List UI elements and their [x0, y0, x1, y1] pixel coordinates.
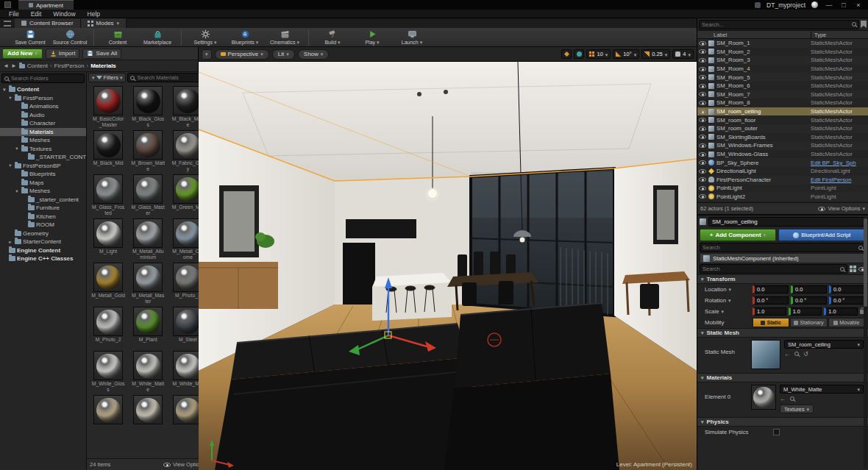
mobility-movable-button[interactable]: Movable — [828, 318, 865, 327]
tab-modes[interactable]: Modes — [81, 18, 127, 28]
camera-speed-control[interactable]: 4 — [672, 49, 694, 59]
visibility-eye-icon[interactable] — [699, 75, 706, 79]
visibility-eye-icon[interactable] — [699, 143, 706, 148]
menu-item[interactable]: Window — [47, 10, 81, 18]
visibility-eye-icon[interactable] — [699, 84, 706, 88]
components-search-box[interactable] — [700, 243, 866, 252]
expand-arrow-icon[interactable]: ▾ — [1, 87, 7, 93]
material-asset[interactable]: M_Photo_2 — [89, 307, 127, 349]
menu-item[interactable]: Help — [82, 10, 106, 18]
mobility-static-button[interactable]: Static — [753, 318, 789, 327]
maximize-button[interactable] — [839, 1, 849, 9]
folder-tree-item[interactable]: Audio — [0, 111, 86, 120]
visibility-eye-icon[interactable] — [699, 92, 706, 96]
components-search-input[interactable] — [702, 244, 856, 251]
save-all-button[interactable]: Save All — [82, 49, 121, 59]
folder-tree-item[interactable]: ▾ Content — [0, 85, 86, 94]
folder-tree-item[interactable]: Maps — [0, 179, 86, 188]
menu-item[interactable]: File — [3, 10, 25, 18]
material-asset[interactable]: M_Plant — [129, 307, 167, 349]
outliner-row[interactable]: SM_Room_7 StaticMeshActor — [697, 90, 868, 99]
launch-button[interactable]: Launch — [392, 28, 432, 47]
viewport-options-button[interactable] — [202, 49, 212, 60]
rotation-z-field[interactable]: 0.0 ° — [829, 296, 865, 305]
visibility-eye-icon[interactable] — [699, 160, 706, 165]
material-asset[interactable]: M_Black_Mid — [89, 130, 127, 172]
visibility-eye-icon[interactable] — [699, 58, 706, 63]
add-component-button[interactable]: Add Component — [700, 229, 776, 241]
folder-tree-item[interactable]: Kitchen — [0, 213, 86, 221]
marketplace-button[interactable]: Marketplace — [138, 28, 177, 47]
static-mesh-thumbnail[interactable] — [751, 340, 780, 369]
expand-arrow-icon[interactable]: ▾ — [14, 146, 20, 152]
folder-tree-item[interactable]: _starter_content — [0, 196, 86, 204]
hamburger-icon[interactable] — [4, 21, 11, 26]
column-label[interactable]: Label — [697, 32, 811, 38]
material-asset[interactable]: M_Black_Gloss — [129, 86, 167, 128]
tab-content-browser[interactable]: Content Browser — [15, 18, 81, 28]
menu-item[interactable]: Edit — [25, 10, 48, 18]
details-search-box[interactable] — [700, 264, 847, 274]
use-selected-arrow-icon[interactable]: ← — [780, 396, 786, 402]
expand-arrow-icon[interactable]: ▾ — [14, 188, 20, 194]
folder-tree-item[interactable]: Meshes — [0, 136, 86, 145]
search-folders-input[interactable] — [11, 75, 82, 82]
material-asset[interactable]: M_Metall_Master — [129, 263, 167, 305]
visibility-eye-icon[interactable] — [699, 186, 706, 191]
perspective-button[interactable]: Perspective — [215, 49, 269, 60]
details-grid-icon[interactable] — [850, 266, 856, 272]
scrollbar-thumb[interactable] — [864, 218, 867, 307]
physics-section-header[interactable]: Physics — [697, 417, 868, 427]
search-folders-box[interactable] — [1, 74, 85, 83]
expand-arrow-icon[interactable]: ▸ — [7, 239, 13, 245]
add-new-button[interactable]: Add New — [2, 49, 43, 59]
location-label[interactable]: Location — [705, 286, 750, 293]
surface-snap-button[interactable] — [574, 49, 584, 59]
material-asset[interactable]: M_BasicColor_Master — [89, 86, 127, 128]
visibility-eye-icon[interactable] — [699, 135, 706, 139]
level-tab[interactable]: Apartment — [18, 0, 74, 10]
outliner-row[interactable]: SM_Room_2 StaticMeshActor — [697, 48, 868, 57]
outliner-row[interactable]: SM_room_ceiling StaticMeshActor — [697, 107, 868, 116]
scale-snap-control[interactable]: 0.25 — [641, 49, 670, 59]
folder-tree-item[interactable]: Geometry — [0, 229, 86, 238]
folder-tree-item[interactable]: Character — [0, 119, 86, 128]
visibility-eye-icon[interactable] — [699, 49, 706, 54]
visibility-eye-icon[interactable] — [699, 110, 706, 114]
scale-label[interactable]: Scale — [705, 308, 750, 315]
save-current-button[interactable]: Save Current — [10, 28, 50, 47]
browse-icon[interactable] — [790, 396, 794, 402]
build-button[interactable]: Build — [313, 28, 352, 47]
breadcrumb-content[interactable]: Content — [27, 63, 52, 69]
rotation-x-field[interactable]: 0.0 ° — [753, 296, 789, 305]
viewport-3d-scene[interactable]: Level: Apartment (Persistent) — [199, 62, 697, 470]
column-type[interactable]: Type — [811, 32, 868, 38]
rotation-y-field[interactable]: 0.0 ° — [791, 296, 827, 305]
close-button[interactable] — [853, 1, 864, 9]
folder-tree-item[interactable]: _STARTER_CONTENT — [0, 153, 86, 162]
material-asset[interactable]: M_Glass_Master — [129, 174, 167, 216]
material-asset[interactable]: M_Metall_Alluminium — [129, 218, 167, 260]
grid-snap-control[interactable]: 10 — [586, 49, 611, 59]
outliner-row[interactable]: BP_Sky_Sphere Edit BP_Sky_Sph — [697, 158, 868, 167]
rotation-snap-control[interactable]: 10° — [613, 49, 639, 59]
material-asset[interactable] — [89, 395, 127, 437]
feedback-icon[interactable] — [755, 2, 761, 8]
static-mesh-dropdown[interactable]: SM_room_ceiling — [784, 340, 864, 349]
cinematics-button[interactable]: Cinematics — [265, 28, 305, 47]
folder-tree-item[interactable]: ▾ Textures — [0, 145, 86, 154]
static-mesh-section-header[interactable]: Static Mesh — [697, 328, 868, 338]
breadcrumb-firstperson[interactable]: FirstPerson — [54, 63, 89, 69]
breadcrumb-materials[interactable]: Materials — [90, 63, 116, 69]
expand-arrow-icon[interactable]: ▾ — [7, 163, 13, 168]
expand-arrow-icon[interactable]: ▾ — [7, 95, 13, 101]
outliner-row[interactable]: SM_Windows-Glass StaticMeshActor — [697, 150, 868, 159]
outliner-row[interactable]: DirectionalLight DirectionalLight — [697, 167, 868, 176]
visibility-eye-icon[interactable] — [699, 177, 706, 182]
outliner-row[interactable]: SM_Room_8 StaticMeshActor — [697, 99, 868, 107]
reset-icon[interactable]: ↺ — [803, 351, 808, 357]
outliner-row[interactable]: SM_SkirtingBoards StaticMeshActor — [697, 133, 868, 142]
folder-tree-item[interactable]: Animations — [0, 102, 86, 111]
textures-button[interactable]: Textures — [780, 405, 814, 413]
material-asset[interactable] — [129, 395, 167, 437]
